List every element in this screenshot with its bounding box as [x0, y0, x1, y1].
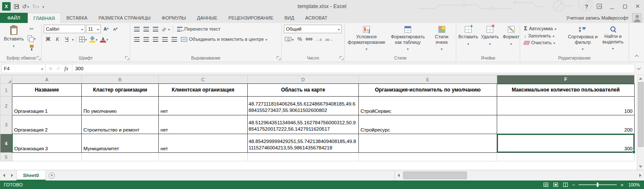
column-header-d[interactable]: D — [248, 75, 359, 84]
fill-button[interactable]: Заполнить — [522, 33, 565, 39]
cell-D5[interactable] — [248, 153, 359, 161]
zoom-in-button[interactable] — [620, 182, 624, 188]
name-box[interactable]: F4 — [1, 64, 46, 73]
scroll-right-button[interactable] — [637, 170, 644, 180]
vertical-scrollbar[interactable] — [637, 75, 644, 170]
scroll-down-button[interactable] — [637, 163, 644, 170]
align-left-button[interactable] — [132, 35, 141, 43]
font-color-button[interactable] — [99, 35, 109, 43]
tab-review[interactable]: РЕЦЕНЗИРОВАНИЕ — [223, 13, 279, 23]
row-header-3[interactable]: 3 — [0, 115, 12, 134]
percent-style-button[interactable]: % — [295, 35, 304, 43]
zoom-out-button[interactable] — [572, 182, 575, 188]
cell-D3[interactable]: 48.512964351134946,55.162784756000312,50… — [248, 115, 359, 134]
save-button[interactable] — [13, 3, 20, 10]
increase-indent-button[interactable] — [170, 35, 178, 43]
formula-input[interactable]: 300 — [72, 64, 635, 73]
row-header-2[interactable]: 2 — [0, 97, 12, 115]
zoom-slider[interactable] — [578, 184, 617, 185]
comma-style-button[interactable]: 000 — [305, 35, 314, 43]
format-painter-button[interactable] — [27, 43, 37, 52]
sheet-tab-sheet0[interactable]: Sheet0 — [16, 170, 46, 180]
cell-D4[interactable]: 48.854299999429251,55.742138409408185,49… — [248, 134, 359, 153]
tab-file[interactable]: ФАЙЛ — [0, 13, 28, 23]
ribbon-display-options-button[interactable] — [593, 0, 606, 13]
undo-button[interactable] — [21, 3, 30, 11]
cell-A5[interactable] — [12, 153, 82, 161]
borders-button[interactable] — [78, 35, 88, 43]
excel-logo-icon[interactable] — [2, 2, 11, 11]
minimize-button[interactable] — [606, 0, 618, 13]
align-top-button[interactable] — [132, 25, 141, 33]
align-right-button[interactable] — [151, 35, 160, 43]
zoom-slider-thumb[interactable] — [597, 183, 598, 187]
cell-D2[interactable]: 48.727111816406264,55.612486679408185,49… — [248, 97, 359, 115]
format-cells-button[interactable]: Формат — [502, 25, 520, 47]
cell-F1[interactable]: Максимальное количество пользователей — [497, 84, 635, 97]
cell-E2[interactable]: СтройСервис — [359, 97, 497, 115]
confirm-entry-button[interactable] — [56, 66, 60, 71]
dialog-launcher-icon[interactable] — [277, 56, 280, 60]
row-header-1[interactable]: 1 — [0, 84, 12, 97]
cell-A3[interactable]: Организация 2 — [12, 115, 82, 134]
cell-E4[interactable] — [359, 134, 497, 153]
horizontal-scroll-track[interactable] — [402, 170, 637, 180]
scroll-left-button[interactable] — [395, 170, 402, 180]
delete-cells-button[interactable]: Удалить — [480, 25, 500, 47]
column-header-c[interactable]: C — [159, 75, 248, 84]
cell-C4[interactable]: нет — [159, 134, 248, 153]
underline-button[interactable]: Ч — [63, 35, 71, 43]
insert-cells-button[interactable]: Вставить — [458, 25, 478, 47]
close-button[interactable] — [631, 0, 644, 13]
font-size-select[interactable]: 11 — [86, 25, 101, 33]
cell-B4[interactable]: Муниципалитет — [82, 134, 159, 153]
tab-page-layout[interactable]: РАЗМЕТКА СТРАНИЦЫ — [93, 13, 156, 23]
decrease-font-size-button[interactable] — [111, 25, 120, 33]
align-center-button[interactable] — [142, 35, 150, 43]
customize-quick-access-button[interactable] — [41, 3, 46, 10]
clear-button[interactable]: Очистить — [522, 40, 565, 46]
insert-function-button[interactable]: fx — [64, 65, 68, 72]
cell-F3[interactable]: 200 — [497, 115, 635, 134]
select-all-corner[interactable] — [0, 75, 12, 84]
cell-C1[interactable]: Клиентская организация — [159, 84, 248, 97]
align-bottom-button[interactable] — [151, 25, 160, 33]
cell-E1[interactable]: Организация-исполнитель по умолчанию — [359, 84, 497, 97]
dialog-launcher-icon[interactable] — [340, 56, 343, 60]
horizontal-scrollbar[interactable] — [395, 170, 644, 180]
decrease-indent-button[interactable] — [160, 35, 169, 43]
cell-B1[interactable]: Кластер организации — [82, 84, 159, 97]
autosum-button[interactable]: Автосумма — [522, 25, 565, 32]
cell-styles-button[interactable]: Стили ячеек — [429, 25, 454, 53]
row-header-5[interactable]: 5 — [0, 153, 12, 161]
expand-formula-bar-button[interactable] — [635, 64, 643, 73]
fill-color-button[interactable] — [89, 35, 98, 43]
cell-B3[interactable]: Строительство и ремонт — [82, 115, 159, 134]
wrap-text-button[interactable]: Перенести текст — [175, 26, 222, 32]
cell-A4[interactable]: Организация 3 — [12, 134, 82, 153]
find-select-button[interactable]: Найти и выделить — [599, 25, 627, 53]
tab-acrobat[interactable]: ACROBAT — [300, 13, 333, 23]
account-area[interactable]: Учетная запись Майкрософт — [567, 13, 644, 23]
sheet-nav-left-button[interactable] — [0, 170, 8, 180]
increase-decimal-button[interactable] — [315, 35, 323, 43]
cell-E3[interactable]: Стройресурс — [359, 115, 497, 134]
bold-button[interactable]: Ж — [44, 35, 52, 43]
account-avatar[interactable] — [632, 13, 641, 23]
number-format-select[interactable]: Общий — [284, 25, 342, 33]
align-middle-button[interactable] — [142, 25, 150, 33]
collapse-ribbon-button[interactable] — [633, 53, 640, 58]
help-button[interactable] — [580, 0, 593, 13]
orientation-button[interactable] — [160, 25, 171, 33]
sort-filter-button[interactable]: Сортировка и фильтр — [567, 25, 598, 53]
column-header-f[interactable]: F — [497, 75, 635, 84]
zoom-level[interactable]: 100% — [627, 182, 640, 187]
dialog-launcher-icon[interactable] — [37, 56, 40, 60]
cell-B2[interactable]: По умолчанию — [82, 97, 159, 115]
decrease-decimal-button[interactable] — [324, 35, 334, 43]
tab-insert[interactable]: ВСТАВКА — [61, 13, 93, 23]
tab-view[interactable]: ВИД — [279, 13, 300, 23]
copy-button[interactable] — [27, 34, 37, 43]
dialog-launcher-icon[interactable] — [125, 56, 129, 60]
tab-formulas[interactable]: ФОРМУЛЫ — [156, 13, 192, 23]
